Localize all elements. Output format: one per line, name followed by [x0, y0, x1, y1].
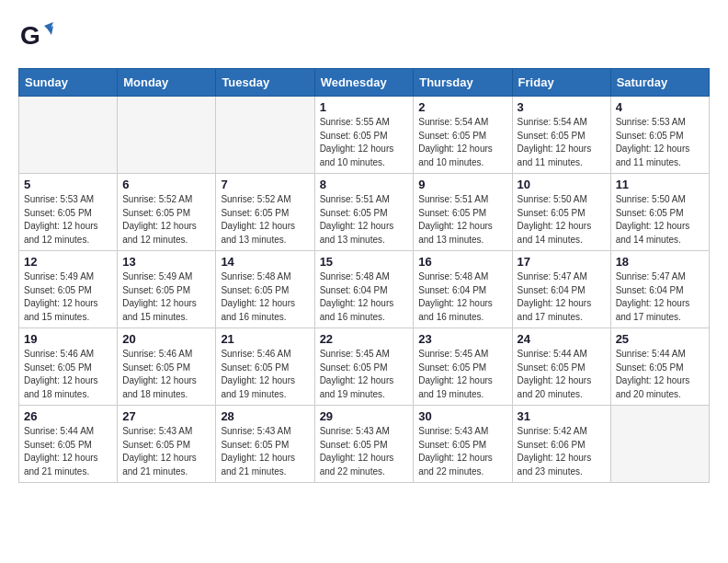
day-info: Sunrise: 5:46 AM Sunset: 6:05 PM Dayligh…: [221, 348, 309, 401]
page-header: G: [18, 18, 710, 53]
day-number: 10: [518, 178, 606, 191]
day-number: 27: [122, 409, 210, 423]
day-number: 30: [418, 409, 506, 423]
calendar-cell: [19, 97, 118, 174]
day-number: 18: [616, 255, 704, 269]
day-number: 8: [320, 178, 409, 191]
day-number: 13: [122, 255, 210, 269]
logo: G: [18, 18, 59, 53]
weekday-header-friday: Friday: [512, 69, 610, 97]
calendar-cell: [216, 97, 314, 174]
calendar-cell: 17Sunrise: 5:47 AM Sunset: 6:04 PM Dayli…: [512, 251, 610, 328]
weekday-header-saturday: Saturday: [610, 69, 709, 97]
week-row-1: 1Sunrise: 5:55 AM Sunset: 6:05 PM Daylig…: [19, 97, 710, 174]
day-info: Sunrise: 5:55 AM Sunset: 6:05 PM Dayligh…: [320, 116, 409, 169]
day-number: 28: [221, 409, 309, 423]
day-info: Sunrise: 5:52 AM Sunset: 6:05 PM Dayligh…: [122, 193, 210, 247]
day-number: 24: [518, 332, 606, 346]
day-info: Sunrise: 5:47 AM Sunset: 6:04 PM Dayligh…: [616, 270, 704, 324]
calendar-cell: 16Sunrise: 5:48 AM Sunset: 6:04 PM Dayli…: [414, 251, 512, 328]
day-number: 6: [122, 178, 210, 191]
weekday-header-row: SundayMondayTuesdayWednesdayThursdayFrid…: [19, 69, 710, 97]
day-info: Sunrise: 5:49 AM Sunset: 6:05 PM Dayligh…: [24, 270, 112, 324]
day-number: 20: [122, 332, 210, 346]
calendar-cell: 3Sunrise: 5:54 AM Sunset: 6:05 PM Daylig…: [512, 97, 610, 174]
day-number: 12: [24, 255, 112, 269]
day-info: Sunrise: 5:49 AM Sunset: 6:05 PM Dayligh…: [122, 270, 210, 324]
calendar-cell: 30Sunrise: 5:43 AM Sunset: 6:05 PM Dayli…: [414, 406, 512, 483]
day-number: 22: [320, 332, 409, 346]
day-info: Sunrise: 5:46 AM Sunset: 6:05 PM Dayligh…: [122, 348, 210, 401]
day-number: 26: [24, 409, 112, 423]
calendar-cell: 12Sunrise: 5:49 AM Sunset: 6:05 PM Dayli…: [19, 251, 118, 328]
day-info: Sunrise: 5:50 AM Sunset: 6:05 PM Dayligh…: [616, 193, 704, 247]
svg-text:G: G: [20, 21, 40, 50]
day-number: 23: [418, 332, 506, 346]
calendar-cell: 18Sunrise: 5:47 AM Sunset: 6:04 PM Dayli…: [610, 251, 709, 328]
week-row-5: 26Sunrise: 5:44 AM Sunset: 6:05 PM Dayli…: [19, 406, 710, 483]
calendar-cell: 13Sunrise: 5:49 AM Sunset: 6:05 PM Dayli…: [118, 251, 216, 328]
day-info: Sunrise: 5:45 AM Sunset: 6:05 PM Dayligh…: [418, 348, 506, 401]
day-info: Sunrise: 5:53 AM Sunset: 6:05 PM Dayligh…: [616, 116, 704, 169]
calendar-cell: 29Sunrise: 5:43 AM Sunset: 6:05 PM Dayli…: [314, 406, 414, 483]
calendar-cell: 10Sunrise: 5:50 AM Sunset: 6:05 PM Dayli…: [512, 174, 610, 251]
day-info: Sunrise: 5:48 AM Sunset: 6:04 PM Dayligh…: [320, 270, 409, 324]
day-info: Sunrise: 5:54 AM Sunset: 6:05 PM Dayligh…: [418, 116, 506, 169]
day-info: Sunrise: 5:46 AM Sunset: 6:05 PM Dayligh…: [24, 348, 112, 401]
calendar-cell: 14Sunrise: 5:48 AM Sunset: 6:05 PM Dayli…: [216, 251, 314, 328]
day-number: 1: [320, 100, 409, 114]
day-info: Sunrise: 5:44 AM Sunset: 6:05 PM Dayligh…: [518, 348, 606, 401]
day-number: 16: [418, 255, 506, 269]
day-info: Sunrise: 5:51 AM Sunset: 6:05 PM Dayligh…: [418, 193, 506, 247]
day-info: Sunrise: 5:48 AM Sunset: 6:05 PM Dayligh…: [221, 270, 309, 324]
day-info: Sunrise: 5:53 AM Sunset: 6:05 PM Dayligh…: [24, 193, 112, 247]
day-info: Sunrise: 5:45 AM Sunset: 6:05 PM Dayligh…: [320, 348, 409, 401]
calendar-cell: 1Sunrise: 5:55 AM Sunset: 6:05 PM Daylig…: [314, 97, 414, 174]
calendar-cell: 7Sunrise: 5:52 AM Sunset: 6:05 PM Daylig…: [216, 174, 314, 251]
logo-icon: G: [18, 18, 53, 53]
calendar-cell: 15Sunrise: 5:48 AM Sunset: 6:04 PM Dayli…: [314, 251, 414, 328]
calendar-cell: 27Sunrise: 5:43 AM Sunset: 6:05 PM Dayli…: [118, 406, 216, 483]
day-number: 31: [518, 409, 606, 423]
weekday-header-monday: Monday: [118, 69, 216, 97]
day-number: 3: [518, 100, 606, 114]
calendar-cell: 23Sunrise: 5:45 AM Sunset: 6:05 PM Dayli…: [414, 328, 512, 406]
day-number: 21: [221, 332, 309, 346]
day-number: 11: [616, 178, 704, 191]
day-number: 2: [418, 100, 506, 114]
calendar-cell: 5Sunrise: 5:53 AM Sunset: 6:05 PM Daylig…: [19, 174, 118, 251]
calendar-cell: [118, 97, 216, 174]
day-number: 25: [616, 332, 704, 346]
calendar-cell: [610, 406, 709, 483]
day-info: Sunrise: 5:42 AM Sunset: 6:06 PM Dayligh…: [518, 425, 606, 478]
day-number: 15: [320, 255, 409, 269]
day-number: 17: [518, 255, 606, 269]
day-info: Sunrise: 5:43 AM Sunset: 6:05 PM Dayligh…: [221, 425, 309, 478]
day-info: Sunrise: 5:52 AM Sunset: 6:05 PM Dayligh…: [221, 193, 309, 247]
day-number: 14: [221, 255, 309, 269]
calendar-cell: 9Sunrise: 5:51 AM Sunset: 6:05 PM Daylig…: [414, 174, 512, 251]
calendar-cell: 20Sunrise: 5:46 AM Sunset: 6:05 PM Dayli…: [118, 328, 216, 406]
day-info: Sunrise: 5:47 AM Sunset: 6:04 PM Dayligh…: [518, 270, 606, 324]
calendar-cell: 6Sunrise: 5:52 AM Sunset: 6:05 PM Daylig…: [118, 174, 216, 251]
day-number: 29: [320, 409, 409, 423]
week-row-2: 5Sunrise: 5:53 AM Sunset: 6:05 PM Daylig…: [19, 174, 710, 251]
day-info: Sunrise: 5:43 AM Sunset: 6:05 PM Dayligh…: [320, 425, 409, 478]
day-info: Sunrise: 5:50 AM Sunset: 6:05 PM Dayligh…: [518, 193, 606, 247]
weekday-header-tuesday: Tuesday: [216, 69, 314, 97]
week-row-4: 19Sunrise: 5:46 AM Sunset: 6:05 PM Dayli…: [19, 328, 710, 406]
day-info: Sunrise: 5:44 AM Sunset: 6:05 PM Dayligh…: [616, 348, 704, 401]
calendar-cell: 2Sunrise: 5:54 AM Sunset: 6:05 PM Daylig…: [414, 97, 512, 174]
calendar-cell: 28Sunrise: 5:43 AM Sunset: 6:05 PM Dayli…: [216, 406, 314, 483]
calendar-cell: 22Sunrise: 5:45 AM Sunset: 6:05 PM Dayli…: [314, 328, 414, 406]
calendar-cell: 19Sunrise: 5:46 AM Sunset: 6:05 PM Dayli…: [19, 328, 118, 406]
calendar-cell: 31Sunrise: 5:42 AM Sunset: 6:06 PM Dayli…: [512, 406, 610, 483]
weekday-header-sunday: Sunday: [19, 69, 118, 97]
day-info: Sunrise: 5:43 AM Sunset: 6:05 PM Dayligh…: [122, 425, 210, 478]
calendar-table: SundayMondayTuesdayWednesdayThursdayFrid…: [18, 68, 710, 483]
weekday-header-thursday: Thursday: [414, 69, 512, 97]
weekday-header-wednesday: Wednesday: [314, 69, 414, 97]
day-number: 5: [24, 178, 112, 191]
calendar-cell: 4Sunrise: 5:53 AM Sunset: 6:05 PM Daylig…: [610, 97, 709, 174]
day-number: 7: [221, 178, 309, 191]
